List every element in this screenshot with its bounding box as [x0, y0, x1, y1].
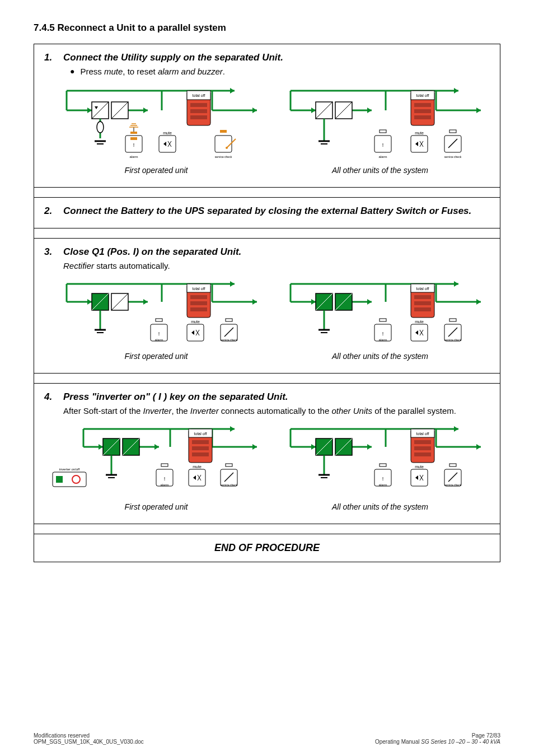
- svg-marker-79: [87, 299, 92, 305]
- svg-rect-209: [414, 446, 431, 450]
- svg-text:!: !: [382, 476, 384, 482]
- step-1-header: 1. Connect the Utility supply on the sep…: [34, 44, 500, 188]
- step-4-inverter-2: Inverter: [190, 406, 219, 416]
- svg-rect-36: [215, 136, 232, 152]
- svg-text:total off: total off: [194, 432, 207, 436]
- step-4-title: Press "inverter on" ( I ) key on the sep…: [63, 391, 490, 403]
- svg-text:total off: total off: [193, 94, 205, 97]
- svg-rect-64: [414, 103, 431, 107]
- step-4-caption-right: All other units of the system: [332, 502, 428, 511]
- svg-text:!: !: [382, 142, 384, 148]
- step-2-number: 2.: [44, 206, 55, 220]
- svg-rect-65: [414, 109, 431, 113]
- svg-marker-44: [311, 108, 316, 113]
- step-1-caption-left: First operated unit: [125, 166, 188, 175]
- svg-rect-176: [189, 469, 205, 486]
- svg-marker-110: [454, 281, 458, 287]
- procedure-box: 1. Connect the Utility supply on the sep…: [34, 44, 500, 562]
- svg-marker-153: [252, 444, 257, 450]
- svg-rect-100: [190, 301, 207, 305]
- svg-rect-28: [190, 103, 207, 107]
- footer-left-1: Modifications reserved: [34, 732, 144, 739]
- svg-text:mute: mute: [415, 465, 424, 469]
- svg-rect-201: [380, 464, 386, 466]
- svg-rect-137: [411, 324, 428, 341]
- step-3-diagram-left: ! alarm total off: [50, 274, 263, 349]
- svg-rect-164: [56, 476, 63, 483]
- svg-text:total off: total off: [416, 94, 429, 97]
- step-1-number: 1.: [44, 52, 55, 76]
- svg-text:alarm: alarm: [378, 338, 387, 342]
- svg-marker-9: [252, 108, 257, 113]
- step-3-diagram-right: ! alarm total off: [274, 274, 486, 349]
- svg-rect-127: [380, 319, 386, 321]
- svg-marker-192: [476, 444, 481, 450]
- svg-text:total off: total off: [416, 287, 429, 291]
- step-4-header: 4. Press "inverter on" ( I ) key on the …: [34, 384, 500, 524]
- svg-marker-40: [454, 88, 458, 94]
- step-4-sub-pre: After Soft-start of the: [63, 406, 143, 416]
- svg-rect-20: [130, 132, 137, 134]
- svg-rect-67: [411, 136, 428, 152]
- svg-marker-75: [230, 281, 235, 287]
- svg-rect-35: [220, 130, 227, 133]
- step-1-bullet-mid: , to reset: [123, 67, 158, 76]
- svg-rect-210: [414, 452, 431, 456]
- svg-marker-6: [143, 108, 148, 113]
- step-3-caption-left: First operated unit: [125, 352, 188, 361]
- step-3-number: 3.: [44, 246, 55, 270]
- svg-rect-31: [159, 136, 176, 152]
- step-3-sub: Rectifier starts automatically.: [63, 261, 490, 270]
- spacer-1: [34, 188, 500, 198]
- footer-right-1: Page 72/83: [375, 732, 500, 739]
- svg-text:service check: service check: [444, 483, 462, 487]
- step-4-sub-mid1: , the: [171, 406, 190, 416]
- step-1-bullet-ab: alarm and buzzer: [158, 67, 223, 76]
- svg-marker-80: [143, 299, 148, 305]
- svg-rect-30: [190, 115, 207, 119]
- svg-rect-180: [226, 464, 232, 466]
- step-1-diagram-left: ! alarm total off: [50, 80, 263, 164]
- svg-text:service check: service check: [215, 155, 232, 158]
- svg-marker-145: [230, 426, 235, 432]
- svg-text:total off: total off: [193, 287, 205, 291]
- step-4-number: 4.: [44, 391, 55, 416]
- svg-rect-173: [192, 440, 209, 444]
- step-3-title: Close Q1 (Pos. I) on the separated Unit.: [63, 246, 490, 258]
- step-4-caption-left: First operated unit: [125, 502, 188, 511]
- svg-marker-48: [476, 108, 481, 113]
- footer-right-2: Operating Manual SG Series 10 –20 – 30 -…: [375, 739, 500, 745]
- svg-text:service check: service check: [444, 155, 462, 158]
- step-4-sub-mid2: connects automatically to the: [219, 406, 332, 416]
- step-3-rectifier: Rectifier: [63, 261, 94, 270]
- step-1-bullet-pre: Press: [80, 67, 104, 76]
- svg-rect-22: [130, 137, 137, 140]
- svg-marker-114: [311, 299, 316, 305]
- svg-rect-136: [414, 307, 431, 311]
- svg-rect-135: [414, 301, 431, 305]
- step-3-caption-right: All other units of the system: [332, 352, 428, 361]
- step-2-title: Connect the Battery to the UPS separated…: [63, 206, 490, 217]
- svg-text:alarm: alarm: [378, 483, 387, 487]
- svg-rect-166: [161, 464, 168, 466]
- step-1-caption-right: All other units of the system: [332, 166, 428, 175]
- svg-text:alarm: alarm: [378, 155, 387, 158]
- step-1-diagram-right: ! alarm total off: [274, 80, 486, 164]
- svg-rect-208: [414, 440, 431, 444]
- svg-point-37: [226, 147, 228, 149]
- svg-text:alarm: alarm: [160, 483, 168, 487]
- svg-text:!: !: [164, 476, 166, 482]
- svg-rect-92: [156, 319, 162, 321]
- step-1-title: Connect the Utility supply on the separa…: [63, 52, 490, 63]
- svg-text:service check: service check: [444, 338, 462, 342]
- svg-marker-184: [454, 426, 458, 432]
- svg-rect-141: [449, 319, 456, 321]
- step-4-sub-post: of the parallel system.: [372, 406, 456, 416]
- svg-marker-118: [476, 299, 481, 305]
- svg-rect-101: [190, 307, 207, 311]
- svg-marker-189: [367, 444, 372, 450]
- step-4-sub: After Soft-start of the Inverter, the In…: [63, 406, 490, 416]
- svg-marker-149: [99, 444, 103, 450]
- step-4-diagram-left: inverter on/off ! alarm: [50, 419, 263, 500]
- svg-marker-45: [367, 108, 372, 113]
